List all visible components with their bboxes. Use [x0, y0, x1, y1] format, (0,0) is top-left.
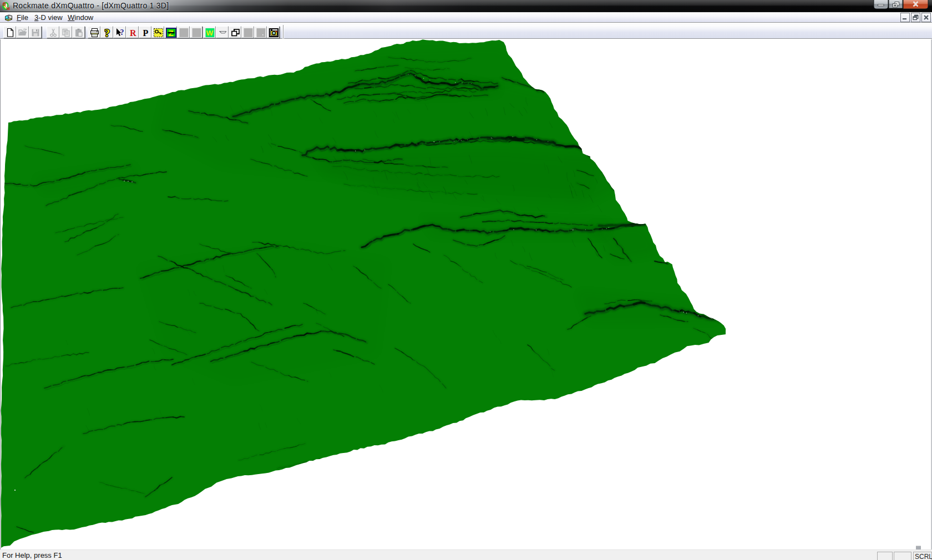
svg-text:?: ? [120, 28, 124, 37]
svg-text:W: W [206, 29, 214, 37]
svg-text:M: M [6, 6, 9, 11]
svg-text:P: P [143, 28, 149, 38]
svg-text:?: ? [105, 28, 110, 38]
svg-text:R: R [130, 28, 136, 38]
